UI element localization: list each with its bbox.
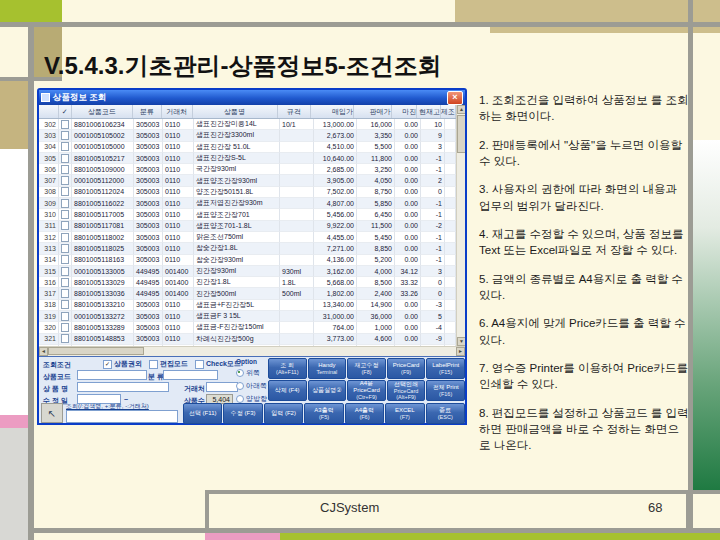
- table-row[interactable]: 30300010051050023050030110샘표진간장3300ml2,6…: [39, 130, 456, 141]
- select-pricecard-button[interactable]: 선택인쇄PriceCard (Alt+F9): [387, 380, 426, 401]
- handy-terminal-button[interactable]: HandyTerminal: [308, 358, 347, 379]
- option-radio[interactable]: 아래쪽: [236, 381, 267, 391]
- column-header[interactable]: 현재고: [417, 105, 441, 118]
- column-header[interactable]: 제조: [441, 105, 456, 118]
- column-header[interactable]: 거래처: [162, 105, 193, 118]
- close-icon[interactable]: ×: [447, 91, 463, 105]
- stock-edit-button[interactable]: 재고수정(F8): [347, 358, 386, 379]
- column-header[interactable]: 규격: [278, 105, 312, 118]
- select-button[interactable]: 선택 (F11): [183, 403, 222, 424]
- column-header[interactable]: 상품코드: [72, 105, 133, 118]
- checkbox-icon[interactable]: [149, 360, 158, 369]
- table-row[interactable]: 30688010051090003050030110국간장930ml2,685.…: [39, 164, 456, 175]
- category-input[interactable]: [163, 370, 218, 380]
- a4-print-button[interactable]: A4출력(F6): [345, 403, 384, 424]
- horizontal-scrollbar[interactable]: ◄ ►: [39, 346, 465, 356]
- insert-button[interactable]: 입력 (F2): [264, 403, 303, 424]
- delete-button[interactable]: 삭제 (F4): [268, 380, 307, 401]
- product-code-input[interactable]: [77, 370, 147, 380]
- a3-print-button[interactable]: A3출력(F5): [304, 403, 343, 424]
- row-checkbox[interactable]: [61, 165, 69, 174]
- row-checkbox[interactable]: [61, 199, 69, 208]
- option-radio[interactable]: 위쪽: [236, 368, 267, 378]
- row-checkbox[interactable]: [61, 267, 69, 276]
- labelprint-button[interactable]: LabelPrint(F15): [426, 358, 465, 379]
- radio-icon[interactable]: [236, 382, 244, 390]
- scroll-down-icon[interactable]: ▼: [457, 337, 465, 346]
- table-row[interactable]: 31188010051170813050030110샘표양조701-1.8L9,…: [39, 221, 456, 232]
- vertical-scroll-thumb[interactable]: [457, 115, 465, 153]
- quick-search-input[interactable]: [66, 410, 178, 423]
- table-row[interactable]: 30288010061062343050030110샘표진간장미용14L10/1…: [39, 119, 456, 130]
- row-checkbox[interactable]: [61, 142, 69, 151]
- a4-pricecard-button[interactable]: A4용PriceCard(Ctr+F9): [347, 380, 386, 401]
- table-row[interactable]: 31288010051180023050030110맑은조선750ml4,455…: [39, 232, 456, 243]
- table-row[interactable]: 3150001005133005449495001400진간장930ml930m…: [39, 266, 456, 277]
- vertical-scrollbar[interactable]: ▲ ▼: [456, 105, 465, 346]
- column-header[interactable]: 마진: [392, 105, 418, 118]
- table-row[interactable]: 3178801005133036449495001400진간장500ml500m…: [39, 288, 456, 299]
- scroll-right-icon[interactable]: ►: [456, 347, 465, 356]
- checkbox-icon[interactable]: [195, 360, 204, 369]
- row-checkbox[interactable]: [61, 312, 69, 321]
- row-checkbox[interactable]: [61, 300, 69, 309]
- column-header[interactable]: ✓: [59, 105, 72, 118]
- window-titlebar: 상품정보 조회 ×: [39, 90, 465, 105]
- exit-button[interactable]: 종료(ESC): [426, 403, 465, 424]
- row-checkbox[interactable]: [61, 289, 69, 298]
- panel-checkbox[interactable]: ✓상품권외: [103, 359, 142, 369]
- row-checkbox[interactable]: [61, 323, 69, 332]
- scroll-up-icon[interactable]: ▲: [457, 105, 465, 114]
- edit-button[interactable]: 수정 (F3): [223, 403, 262, 424]
- row-checkbox[interactable]: [61, 233, 69, 242]
- query-button[interactable]: 조 회(Alt+F11): [268, 358, 307, 379]
- table-row[interactable]: 31088010051170053050030110샘표양조간장7015,456…: [39, 209, 456, 220]
- row-checkbox[interactable]: [61, 255, 69, 264]
- table-row[interactable]: 31488010051181633050030110참숯간장930ml4,136…: [39, 255, 456, 266]
- vendor-input[interactable]: [206, 382, 238, 392]
- table-row[interactable]: 32188010051488533050030110차례식진간장500g3,77…: [39, 334, 456, 345]
- table-row[interactable]: 30988010051160223050030110샘표저염진간장930m4,8…: [39, 198, 456, 209]
- panel-checkbox[interactable]: 편집모드: [149, 359, 188, 369]
- horizontal-scroll-thumb[interactable]: [48, 347, 144, 355]
- table-row[interactable]: 32088010051332893050030110샘표금-F진간장150ml7…: [39, 322, 456, 333]
- radio-label: 아래쪽: [246, 381, 267, 391]
- row-checkbox[interactable]: [61, 131, 69, 140]
- table-row[interactable]: 30700010051120003050030110샘표양조간장930ml3,9…: [39, 175, 456, 186]
- column-header[interactable]: 판매가: [354, 105, 392, 118]
- radio-icon[interactable]: [236, 395, 244, 403]
- pricecard-button[interactable]: PriceCard(F9): [387, 358, 426, 379]
- row-checkbox[interactable]: [61, 244, 69, 253]
- radio-icon[interactable]: [236, 369, 244, 377]
- table-row[interactable]: 31888010051332103050030110샘표금+F진간장5L13,3…: [39, 300, 456, 311]
- column-header[interactable]: 매입가: [311, 105, 354, 118]
- row-checkbox[interactable]: [61, 278, 69, 287]
- row-checkbox[interactable]: [61, 334, 69, 343]
- all-print-button[interactable]: 전체 Print(F16): [426, 380, 465, 401]
- table-row[interactable]: 3168801005133029449495001400진간장1.8L1.8L5…: [39, 277, 456, 288]
- row-checkbox[interactable]: [61, 210, 69, 219]
- column-header[interactable]: 분류: [133, 105, 162, 118]
- row-checkbox[interactable]: [61, 176, 69, 185]
- table-row[interactable]: 31388010051180253050030110참숯간장1.8L7,271.…: [39, 243, 456, 254]
- note-paragraph: 7. 영수증 Printer를 이용하여 Price카드를 인쇄할 수 있다.: [479, 360, 690, 393]
- row-checkbox[interactable]: [61, 187, 69, 196]
- column-header[interactable]: [39, 105, 59, 118]
- panel-checkbox[interactable]: Check모드: [195, 359, 241, 369]
- excel-button[interactable]: EXCEL(F7): [385, 403, 424, 424]
- row-checkbox[interactable]: [61, 120, 69, 129]
- column-header[interactable]: 상품명: [193, 105, 278, 118]
- scroll-left-icon[interactable]: ◄: [39, 347, 48, 356]
- row-checkbox[interactable]: [61, 154, 69, 163]
- option-group-title: Option: [236, 358, 267, 365]
- table-row[interactable]: 30400010051050003050030110샘표진간장 51.0L4,5…: [39, 142, 456, 153]
- table-row[interactable]: 31900010051332723050030110샘표금F 3 15L31,0…: [39, 311, 456, 322]
- query-panel: 조회조건 ✓상품권외편집모드Check모드 상품코드 분 류 상 품 명 거래처…: [39, 356, 465, 423]
- table-row[interactable]: 32200010051714103050030110샘표궁중장500m3,355…: [39, 345, 456, 346]
- product-desc-button[interactable]: 상품설명②: [308, 380, 347, 401]
- table-row[interactable]: 30888010051120243050030110양조간장50151.8L7,…: [39, 187, 456, 198]
- product-name-input[interactable]: [77, 382, 169, 392]
- table-row[interactable]: 30588010051052173050030110샘표진간장S-5L10,64…: [39, 153, 456, 164]
- row-checkbox[interactable]: [61, 221, 69, 230]
- checkbox-icon[interactable]: ✓: [103, 360, 112, 369]
